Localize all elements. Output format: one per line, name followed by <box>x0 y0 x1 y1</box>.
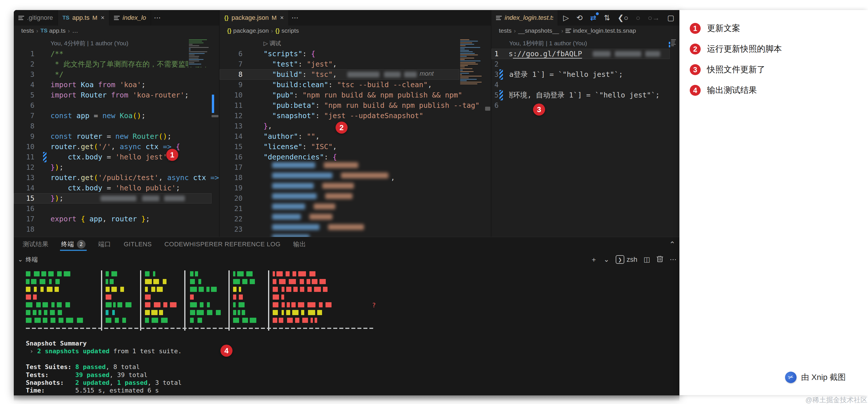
minimap-line <box>460 48 465 49</box>
xnip-watermark: ✂ 由 Xnip 截图 <box>785 372 846 383</box>
terminal-dashed-separator <box>26 328 373 329</box>
minimap[interactable] <box>459 38 484 87</box>
terminal-redacted-block <box>242 279 247 284</box>
terminal-dropdown-icon[interactable]: ⌄ <box>603 256 609 264</box>
tab-bar: {}package.jsonM×⋯ <box>220 10 491 26</box>
breadcrumb-item[interactable]: index_login.test.ts.snap <box>565 27 636 34</box>
terminal-redacted-block <box>55 287 59 292</box>
code-area[interactable]: ▷ 调试6"scripts": {7 "test": "jest",8 "bui… <box>220 36 491 237</box>
chevron-down-icon[interactable]: ⌄ <box>18 256 23 263</box>
terminal-viewport[interactable]: ?Snapshot Summary › 2 snapshots updated … <box>14 267 679 395</box>
code-line: a登录 1`] = `"hello jest"`; <box>509 69 679 80</box>
breadcrumb-item[interactable]: TSapp.ts <box>40 27 66 34</box>
step-badge-4: 4 <box>220 345 232 357</box>
terminal-redacted-block <box>26 302 32 307</box>
terminal-redacted-block <box>319 302 322 307</box>
typescript-file-icon: TS <box>40 28 48 34</box>
tab-overflow-more-icon[interactable]: ⋯ <box>289 10 301 26</box>
breadcrumb-item[interactable]: {}scripts <box>275 27 299 34</box>
terminal-redacted-block <box>276 271 283 276</box>
code-line: "pub:beta": "npm run build && npm publis… <box>264 100 491 111</box>
code-area[interactable]: You, 1秒钟前 | 1 author (You)1s://goo.gl/fb… <box>491 36 679 237</box>
code-line: import Router from 'koa-router'; <box>51 90 219 100</box>
code-area[interactable]: You, 4分钟前 | 1 author (You)1/**2 * 此文件是为了… <box>14 36 219 237</box>
timeline-icon[interactable]: ⟲ <box>577 13 583 22</box>
clipped-char: 测 <box>509 90 513 100</box>
breadcrumb: tests›__snapshots__›index_login.test.ts.… <box>491 26 679 36</box>
terminal-redacted-block <box>36 302 41 307</box>
annotation-text: 输出测试结果 <box>707 85 757 96</box>
annotation-text: 运行更新快照的脚本 <box>707 43 782 55</box>
breadcrumb-item[interactable]: … <box>72 27 78 34</box>
terminal-redacted-block <box>190 287 197 292</box>
tab--gitignore[interactable]: .gitignore <box>14 10 58 26</box>
terminal-redacted-block <box>200 302 204 307</box>
code-line: router.get('/', async ctx => { <box>51 142 219 152</box>
terminal-redacted-block <box>105 318 112 323</box>
minimap[interactable] <box>670 38 679 49</box>
tab-index-login-test-ts-snap[interactable]: index_login.test.ts.snap <box>491 10 558 26</box>
breadcrumb-item[interactable]: tests <box>21 27 34 34</box>
tab-index-lo[interactable]: index_lo <box>110 10 151 26</box>
layout-icon[interactable]: ▢ <box>667 13 674 22</box>
terminal-redacted-block <box>105 310 108 315</box>
minimap-line <box>460 61 480 61</box>
breadcrumb-item[interactable]: tests <box>499 27 512 34</box>
minimap-line <box>189 50 191 51</box>
redacted-value <box>314 204 335 209</box>
terminal-redacted-block <box>300 279 304 284</box>
minimap[interactable] <box>188 38 211 67</box>
terminal-column-separator <box>184 270 185 331</box>
terminal-redacted-block <box>190 318 194 323</box>
change-icon[interactable]: ○ <box>636 13 640 22</box>
run-icon[interactable]: ▷ <box>563 13 569 22</box>
tab-overflow-more-icon[interactable]: ⋯ <box>151 10 164 26</box>
terminal-redacted-block <box>326 302 332 307</box>
code-line: "test": "jest", <box>264 59 491 69</box>
line-number: 18 <box>14 224 34 235</box>
split-terminal-icon[interactable]: ◫ <box>644 256 650 264</box>
terminal-redacted-block <box>157 287 163 292</box>
terminal-more-icon[interactable]: ⋯ <box>670 256 677 264</box>
redacted-value <box>341 173 389 178</box>
git-compare-icon[interactable]: ⇅ <box>604 13 610 22</box>
annotation-item-2: 2运行更新快照的脚本 <box>690 43 782 55</box>
previous-change-icon[interactable]: ❮○ <box>617 13 628 22</box>
panel-tab-端口[interactable]: 端口 <box>98 237 111 251</box>
panel-tab-测试结果[interactable]: 测试结果 <box>23 237 49 251</box>
breadcrumb-item[interactable]: {}package.json <box>227 27 269 34</box>
terminal-redacted-block <box>216 310 221 315</box>
redacted-key <box>272 204 305 209</box>
shell-indicator[interactable]: ❯zsh <box>616 255 637 264</box>
minimap-line <box>460 77 469 78</box>
breadcrumb-item[interactable]: __snapshots__ <box>518 27 559 34</box>
next-change-icon[interactable]: ○→ <box>648 13 660 22</box>
tab-app-ts[interactable]: TSapp.tsM× <box>58 10 110 26</box>
terminal-redacted-block <box>145 318 149 323</box>
close-icon[interactable]: × <box>280 14 284 22</box>
minimap-line <box>460 70 463 71</box>
tab-package-json[interactable]: {}package.jsonM× <box>220 10 289 26</box>
line-number: 3 <box>14 69 34 80</box>
terminal-redacted-block <box>152 318 158 323</box>
line-number: 14 <box>220 131 243 142</box>
terminal-redacted-block <box>273 279 276 284</box>
terminal-section-label[interactable]: 终端 <box>26 256 38 264</box>
code-line: import Koa from 'koa'; <box>51 80 219 90</box>
panel-tab-输出[interactable]: 输出 <box>293 237 306 251</box>
close-icon[interactable]: × <box>101 14 104 22</box>
codelens-debug[interactable]: ▷ 调试 <box>264 38 281 48</box>
diff-icon[interactable]: ⇄ <box>590 13 596 22</box>
terminal-redacted-block <box>110 279 114 284</box>
terminal-redacted-block <box>286 287 291 292</box>
terminal-column-separator <box>101 270 102 331</box>
panel-tab-gitlens[interactable]: GITLENS <box>124 237 152 251</box>
line-number: 19 <box>220 183 243 193</box>
new-terminal-icon[interactable]: ＋ <box>590 255 597 264</box>
kill-terminal-icon[interactable] <box>656 255 663 264</box>
terminal-redacted-block <box>312 279 317 284</box>
panel-tab-codewhisperer-reference-log[interactable]: CODEWHISPERER REFERENCE LOG <box>164 237 281 251</box>
panel-maximize-icon[interactable]: ⌃ <box>669 240 675 249</box>
panel-tab-终端[interactable]: 终端2 <box>61 237 86 251</box>
terminal-redacted-block <box>300 287 304 292</box>
